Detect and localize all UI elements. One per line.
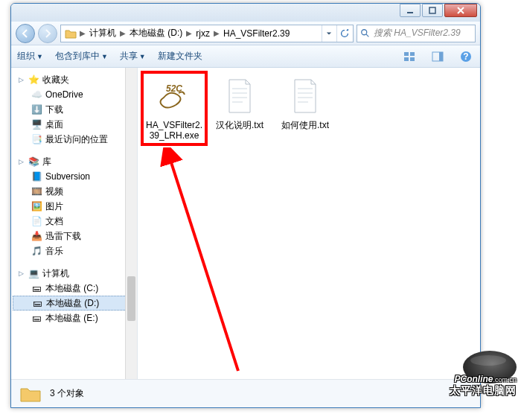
tree-xunlei[interactable]: 📥迅雷下载 — [13, 229, 135, 244]
txt-icon — [284, 75, 326, 117]
svg-rect-8 — [439, 52, 443, 61]
tree-downloads[interactable]: ⬇️下载 — [13, 102, 135, 117]
watermark: PConline.com.cn 太平洋电脑网 — [450, 351, 517, 413]
chevron-down-icon: ▼ — [36, 53, 43, 60]
forward-button[interactable] — [38, 24, 57, 43]
tree-computer[interactable]: ▷💻计算机 — [13, 266, 135, 281]
maximize-button[interactable] — [422, 4, 443, 17]
navigation-tree: ▷⭐收藏夹 ☁️OneDrive ⬇️下载 🖥️桌面 📑最近访问的位置 ▷📚库 … — [11, 68, 138, 379]
chevron-right-icon: ▶ — [213, 29, 220, 37]
xunlei-icon: 📥 — [31, 230, 42, 242]
music-icon: 🎵 — [31, 245, 42, 257]
tree-onedrive[interactable]: ☁️OneDrive — [13, 87, 135, 102]
nav-row: ▶ 计算机 ▶ 本地磁盘 (D:) ▶ rjxz ▶ HA_VSFilter2.… — [11, 22, 480, 45]
explorer-window: ▶ 计算机 ▶ 本地磁盘 (D:) ▶ rjxz ▶ HA_VSFilter2.… — [10, 3, 481, 408]
chevron-down-icon: ▼ — [101, 53, 108, 60]
tree-drive-c[interactable]: 🖴本地磁盘 (C:) — [13, 281, 135, 296]
address-dropdown[interactable] — [322, 25, 335, 42]
computer-icon: 💻 — [28, 267, 39, 279]
download-icon: ⬇️ — [31, 104, 42, 115]
drive-icon: 🖴 — [31, 297, 43, 309]
video-icon: 🎞️ — [31, 185, 42, 197]
close-button[interactable] — [444, 4, 477, 17]
search-box[interactable]: 搜索 HA_VSFilter2.39 — [357, 25, 476, 42]
refresh-button[interactable] — [336, 25, 351, 42]
exe-icon: 52C — [153, 75, 195, 117]
svg-rect-4 — [410, 52, 415, 56]
svg-rect-0 — [407, 12, 413, 13]
tree-scrollbar[interactable] — [125, 68, 137, 379]
help-button[interactable]: ? — [458, 48, 474, 65]
file-label: 如何使用.txt — [276, 120, 334, 130]
tree-favorites[interactable]: ▷⭐收藏夹 — [13, 72, 135, 87]
svg-rect-5 — [404, 57, 409, 61]
txt-icon — [219, 75, 260, 117]
tree-libraries[interactable]: ▷📚库 — [13, 154, 135, 169]
breadcrumb-drive-d[interactable]: 本地磁盘 (D:) — [127, 27, 185, 39]
tree-desktop[interactable]: 🖥️桌面 — [13, 117, 135, 132]
expand-icon: ▷ — [17, 270, 25, 277]
preview-pane-button[interactable] — [429, 48, 446, 65]
breadcrumb-current[interactable]: HA_VSFilter2.39 — [220, 28, 293, 39]
file-howto-txt[interactable]: 如何使用.txt — [276, 75, 334, 130]
svg-rect-6 — [410, 57, 415, 61]
new-folder-button[interactable]: 新建文件夹 — [158, 50, 202, 63]
desktop-icon: 🖥️ — [31, 118, 42, 130]
address-bar[interactable]: ▶ 计算机 ▶ 本地磁盘 (D:) ▶ rjxz ▶ HA_VSFilter2.… — [60, 25, 354, 42]
tree-videos[interactable]: 🎞️视频 — [13, 184, 135, 199]
chevron-right-icon: ▶ — [79, 29, 86, 37]
file-hanhua-txt[interactable]: 汉化说明.txt — [211, 75, 269, 130]
view-options-button[interactable] — [401, 48, 418, 65]
expand-icon: ▷ — [17, 158, 25, 165]
svg-rect-3 — [404, 52, 409, 56]
tree-music[interactable]: 🎵音乐 — [13, 244, 135, 258]
minimize-button[interactable] — [400, 4, 421, 17]
cloud-icon: ☁️ — [31, 89, 42, 101]
file-label: 汉化说明.txt — [211, 120, 269, 130]
tree-recent[interactable]: 📑最近访问的位置 — [13, 132, 135, 147]
library-icon: 📚 — [28, 156, 39, 168]
chevron-right-icon: ▶ — [119, 29, 127, 37]
subversion-icon: 📘 — [31, 171, 42, 182]
breadcrumb-computer[interactable]: 计算机 — [86, 27, 119, 39]
tree-drive-d[interactable]: 🖴本地磁盘 (D:) — [13, 296, 135, 311]
tree-pictures[interactable]: 🖼️图片 — [13, 199, 135, 214]
folder-icon — [19, 382, 42, 406]
chevron-right-icon: ▶ — [185, 29, 193, 37]
include-in-library-menu[interactable]: 包含到库中▼ — [55, 50, 108, 63]
drive-icon: 🖴 — [31, 282, 42, 294]
body: ▷⭐收藏夹 ☁️OneDrive ⬇️下载 🖥️桌面 📑最近访问的位置 ▷📚库 … — [11, 68, 480, 379]
search-icon — [360, 28, 371, 39]
file-label: HA_VSFilter2.39_LRH.exe — [145, 120, 203, 141]
share-menu[interactable]: 共享▼ — [120, 50, 146, 63]
documents-icon: 📄 — [31, 215, 42, 227]
file-ha-vsfilter-exe[interactable]: 52C HA_VSFilter2.39_LRH.exe — [145, 75, 203, 141]
file-list[interactable]: 52C HA_VSFilter2.39_LRH.exe 汉化说明.txt 如何使… — [138, 68, 480, 379]
pictures-icon: 🖼️ — [31, 200, 42, 212]
drive-icon: 🖴 — [31, 312, 42, 324]
toolbar: 组织▼ 包含到库中▼ 共享▼ 新建文件夹 ? — [11, 45, 480, 68]
expand-icon: ▷ — [17, 76, 25, 83]
titlebar — [11, 4, 480, 22]
tree-drive-e[interactable]: 🖴本地磁盘 (E:) — [13, 311, 135, 325]
tree-subversion[interactable]: 📘Subversion — [13, 169, 135, 184]
breadcrumb-rjxz[interactable]: rjxz — [193, 28, 213, 39]
back-button[interactable] — [16, 24, 35, 43]
status-count: 3 个对象 — [50, 387, 84, 400]
svg-point-2 — [362, 29, 367, 34]
status-bar: 3 个对象 — [11, 379, 480, 407]
recent-icon: 📑 — [31, 133, 42, 145]
star-icon: ⭐ — [28, 74, 39, 86]
svg-text:?: ? — [463, 51, 468, 62]
folder-icon — [64, 27, 77, 40]
search-placeholder: 搜索 HA_VSFilter2.39 — [374, 27, 461, 39]
chevron-down-icon: ▼ — [139, 53, 146, 60]
organize-menu[interactable]: 组织▼ — [17, 50, 43, 63]
tree-documents[interactable]: 📄文档 — [13, 214, 135, 229]
svg-rect-1 — [429, 7, 435, 13]
